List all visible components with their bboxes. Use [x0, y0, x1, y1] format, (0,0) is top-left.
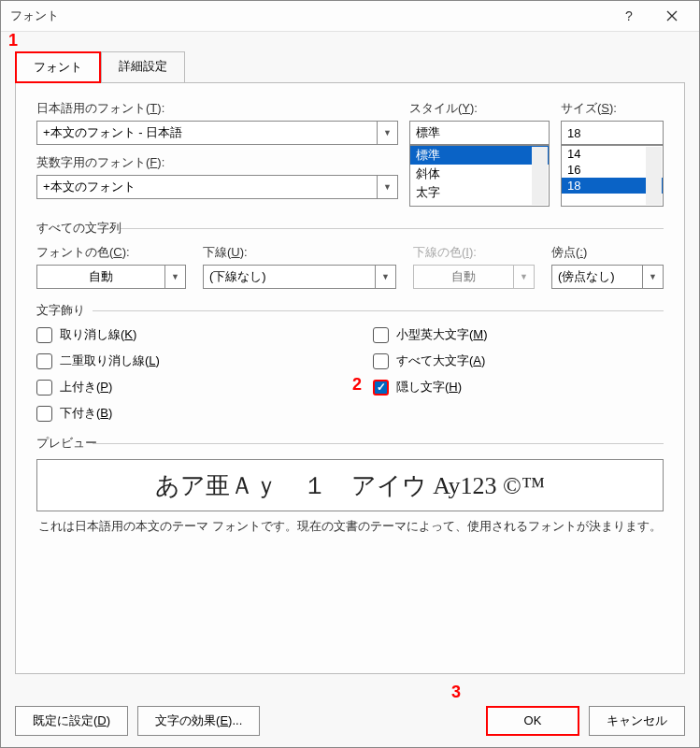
chevron-down-icon: ▼	[375, 266, 395, 288]
ulcolor-combo: 自動 ▼	[413, 265, 535, 289]
size-label: サイズ(S):	[561, 100, 664, 117]
chevron-down-icon: ▼	[377, 176, 397, 198]
double-strikethrough-checkbox[interactable]: 二重取り消し線(L)	[36, 352, 317, 369]
style-option-bold[interactable]: 太字	[410, 183, 549, 202]
style-option-regular[interactable]: 標準	[410, 146, 549, 165]
jpfont-combo[interactable]: +本文のフォント - 日本語 ▼	[36, 121, 398, 145]
cancel-button[interactable]: キャンセル	[589, 706, 685, 736]
text-effects-button[interactable]: 文字の効果(E)...	[137, 706, 260, 736]
scrollbar[interactable]	[532, 147, 548, 205]
underline-label: 下線(U):	[203, 244, 396, 261]
preview-section: プレビュー	[36, 435, 664, 452]
subscript-checkbox[interactable]: 下付き(B)	[36, 405, 317, 422]
annotation-1: 1	[8, 31, 18, 50]
help-button[interactable]: ?	[607, 2, 650, 30]
allcaps-checkbox[interactable]: すべて大文字(A)	[373, 352, 488, 369]
chevron-down-icon: ▼	[513, 266, 534, 288]
font-dialog: フォント ? 1 フォント 詳細設定 日本語用のフォント(T): +本文のフォン…	[0, 0, 700, 748]
titlebar: フォント ?	[1, 1, 699, 32]
chevron-down-icon: ▼	[642, 266, 663, 288]
checkbox-icon	[373, 327, 389, 343]
close-button[interactable]	[650, 2, 693, 30]
ok-button[interactable]: OK	[486, 706, 579, 736]
checkbox-icon	[36, 327, 52, 343]
set-default-button[interactable]: 既定に設定(D)	[15, 706, 128, 736]
smallcaps-checkbox[interactable]: 小型英大文字(M)	[373, 326, 488, 343]
strikethrough-checkbox[interactable]: 取り消し線(K)	[36, 326, 317, 343]
size-listbox[interactable]: 14 16 18	[561, 145, 664, 207]
checkbox-icon	[373, 353, 389, 369]
checkbox-icon	[36, 380, 52, 396]
emphasis-label: 傍点(:)	[551, 244, 664, 261]
annotation-3: 3	[451, 683, 461, 702]
fontcolor-combo[interactable]: 自動 ▼	[36, 265, 186, 289]
checkbox-icon	[373, 380, 389, 396]
chevron-down-icon: ▼	[164, 266, 185, 288]
underline-combo[interactable]: (下線なし) ▼	[203, 265, 396, 289]
style-label: スタイル(Y):	[409, 100, 550, 117]
fontcolor-label: フォントの色(C):	[36, 244, 186, 261]
preview-box: あア亜Ａｙ １ アイウ Ay123 ©™	[36, 459, 664, 511]
ulcolor-label: 下線の色(I):	[413, 244, 535, 261]
style-listbox[interactable]: 標準 斜体 太字	[409, 145, 550, 207]
style-option-italic[interactable]: 斜体	[410, 165, 549, 183]
checkbox-icon	[36, 353, 52, 369]
annotation-2: 2	[352, 375, 362, 395]
checkbox-icon	[36, 406, 52, 422]
enfont-label: 英数字用のフォント(F):	[36, 154, 398, 171]
style-input[interactable]: 標準	[409, 121, 550, 145]
allchars-section: すべての文字列	[36, 220, 664, 237]
size-input[interactable]: 18	[561, 121, 664, 145]
hidden-checkbox[interactable]: 隠し文字(H)	[373, 379, 488, 396]
tab-advanced[interactable]: 詳細設定	[101, 51, 185, 83]
tab-font[interactable]: フォント	[15, 51, 101, 83]
window-title: フォント	[10, 7, 607, 24]
enfont-combo[interactable]: +本文のフォント ▼	[36, 175, 398, 199]
emphasis-combo[interactable]: (傍点なし) ▼	[551, 265, 664, 289]
preview-description: これは日本語用の本文のテーマ フォントです。現在の文書のテーマによって、使用され…	[36, 519, 664, 535]
effects-section: 文字飾り	[36, 302, 664, 319]
tab-bar: フォント 詳細設定	[1, 32, 699, 82]
superscript-checkbox[interactable]: 上付き(P)	[36, 379, 317, 396]
dialog-footer: 既定に設定(D) 文字の効果(E)... OK キャンセル	[15, 706, 685, 736]
close-icon	[666, 10, 678, 22]
chevron-down-icon: ▼	[377, 122, 397, 144]
scrollbar[interactable]	[646, 147, 662, 205]
jpfont-label: 日本語用のフォント(T):	[36, 100, 398, 117]
tab-content: 日本語用のフォント(T): +本文のフォント - 日本語 ▼ 英数字用のフォント…	[15, 83, 685, 674]
